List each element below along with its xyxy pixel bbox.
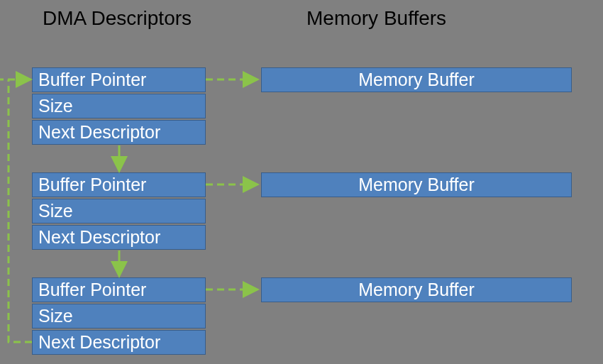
descriptor-2-size: Size	[32, 199, 206, 224]
memory-buffer-2: Memory Buffer	[261, 172, 572, 197]
arrow-next-3-to-1-wrap	[9, 79, 32, 342]
descriptor-2-buffer-pointer: Buffer Pointer	[32, 172, 206, 197]
descriptor-1-next-descriptor: Next Descriptor	[32, 120, 206, 145]
descriptor-3: Buffer Pointer Size Next Descriptor	[32, 277, 206, 356]
descriptor-2-next-descriptor: Next Descriptor	[32, 225, 206, 250]
descriptor-1-buffer-pointer: Buffer Pointer	[32, 67, 206, 92]
descriptor-3-buffer-pointer: Buffer Pointer	[32, 277, 206, 302]
descriptor-2: Buffer Pointer Size Next Descriptor	[32, 172, 206, 251]
heading-dma-descriptors: DMA Descriptors	[43, 7, 192, 30]
memory-buffer-1: Memory Buffer	[261, 67, 572, 92]
descriptor-3-size: Size	[32, 304, 206, 329]
memory-buffer-3: Memory Buffer	[261, 277, 572, 302]
descriptor-1: Buffer Pointer Size Next Descriptor	[32, 67, 206, 146]
descriptor-1-size: Size	[32, 94, 206, 118]
descriptor-3-next-descriptor: Next Descriptor	[32, 330, 206, 355]
heading-memory-buffers: Memory Buffers	[306, 7, 446, 30]
